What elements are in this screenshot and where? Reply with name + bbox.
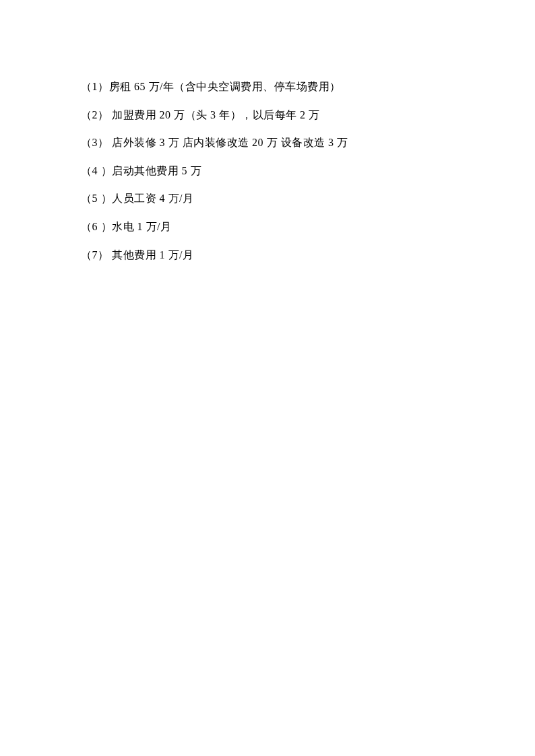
list-item: （1）房租 65 万/年（含中央空调费用、停车场费用） <box>81 73 461 101</box>
list-item: （2） 加盟费用 20 万（头 3 年），以后每年 2 万 <box>81 101 461 129</box>
list-item: （3） 店外装修 3 万 店内装修改造 20 万 设备改造 3 万 <box>81 129 461 157</box>
list-item: （5 ）人员工资 4 万/月 <box>81 184 461 213</box>
list-item: （6 ）水电 1 万/月 <box>81 213 461 241</box>
document-body: （1）房租 65 万/年（含中央空调费用、停车场费用） （2） 加盟费用 20 … <box>81 73 461 269</box>
list-item: （7） 其他费用 1 万/月 <box>81 241 461 269</box>
list-item: （4 ）启动其他费用 5 万 <box>81 157 461 185</box>
